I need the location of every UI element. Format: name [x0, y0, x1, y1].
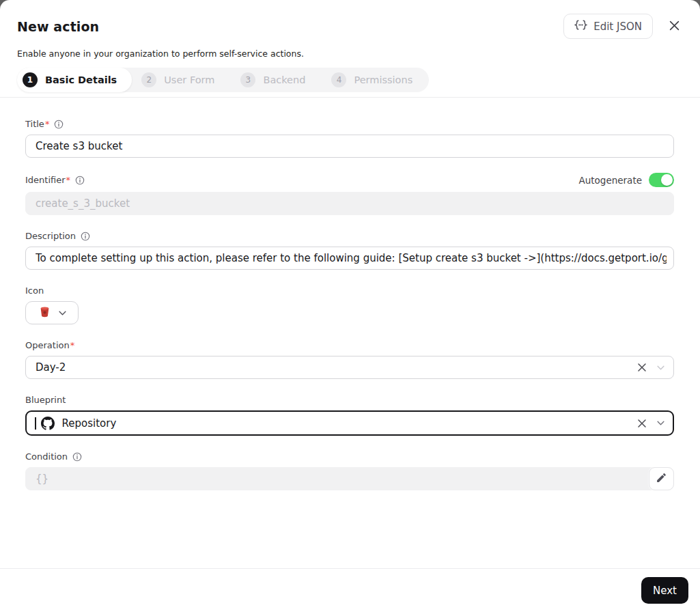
icon-label: Icon [25, 285, 44, 296]
required-asterisk: * [45, 119, 50, 129]
chevron-down-icon[interactable] [657, 365, 664, 370]
x-clear-icon[interactable] [637, 419, 647, 428]
step-label: Basic Details [45, 74, 117, 85]
step-number: 2 [141, 72, 156, 87]
blueprint-label: Blueprint [25, 395, 66, 405]
condition-field: Condition [25, 451, 674, 490]
condition-input [25, 467, 674, 490]
icon-field: Icon [25, 285, 674, 324]
stepper-step-user-form[interactable]: 2 User Form [132, 68, 231, 92]
info-icon[interactable] [54, 120, 64, 129]
close-button[interactable] [664, 17, 684, 36]
required-asterisk: * [70, 340, 75, 350]
step-number: 3 [240, 72, 255, 87]
info-icon[interactable] [81, 232, 90, 241]
new-action-modal: New action Edit JSON En [0, 0, 700, 616]
chevron-down-icon [59, 311, 66, 316]
step-label: Backend [263, 74, 305, 85]
pencil-icon [656, 472, 667, 486]
info-icon[interactable] [75, 176, 85, 185]
stepper: 1 Basic Details 2 User Form 3 Backend 4 … [17, 68, 429, 92]
text-cursor [35, 417, 36, 430]
autogenerate-toggle[interactable] [649, 173, 674, 187]
x-clear-icon[interactable] [637, 363, 647, 372]
edit-json-label: Edit JSON [593, 20, 642, 33]
page-title: New action [17, 19, 563, 34]
curly-braces-icon [574, 20, 587, 33]
close-icon [669, 20, 680, 33]
identifier-field: Identifier* Autogenerate [25, 173, 674, 215]
title-field: Title* [25, 118, 674, 158]
stepper-step-basic-details[interactable]: 1 Basic Details [17, 68, 132, 92]
stepper-step-permissions[interactable]: 4 Permissions [322, 68, 429, 92]
github-icon [41, 417, 55, 430]
autogenerate-control: Autogenerate [578, 173, 674, 187]
step-number: 1 [23, 72, 38, 87]
condition-label: Condition [25, 451, 68, 462]
title-label: Title* [25, 119, 49, 129]
icon-picker[interactable] [25, 301, 79, 324]
edit-json-button[interactable]: Edit JSON [563, 14, 653, 39]
operation-field: Operation* Day-2 [25, 339, 674, 379]
form-body: Title* Identifier* Autogener [0, 98, 700, 568]
description-input[interactable] [25, 247, 674, 270]
operation-label: Operation* [25, 340, 74, 350]
description-field: Description [25, 230, 674, 270]
step-number: 4 [331, 72, 346, 87]
chevron-down-icon[interactable] [657, 421, 664, 425]
modal-subtitle: Enable anyone in your organization to pe… [17, 48, 684, 59]
modal-footer: Next [0, 568, 700, 616]
description-label: Description [25, 231, 76, 241]
next-button[interactable]: Next [641, 577, 688, 604]
edit-condition-button[interactable] [649, 467, 674, 490]
step-label: Permissions [354, 74, 412, 85]
step-label: User Form [164, 74, 214, 85]
blueprint-value: Repository [62, 417, 638, 430]
stepper-step-backend[interactable]: 3 Backend [231, 68, 322, 92]
aws-s3-red-icon [38, 305, 51, 320]
modal-header: New action Edit JSON En [0, 0, 700, 92]
toggle-knob [661, 174, 673, 186]
autogenerate-label: Autogenerate [578, 175, 642, 186]
operation-select[interactable]: Day-2 [25, 356, 674, 379]
blueprint-select[interactable]: Repository [25, 410, 674, 436]
operation-value: Day-2 [36, 361, 637, 374]
title-input[interactable] [25, 135, 674, 158]
identifier-label: Identifier* [25, 175, 70, 185]
identifier-input [25, 192, 674, 215]
info-icon[interactable] [72, 452, 82, 462]
blueprint-field: Blueprint Repository [25, 394, 674, 436]
required-asterisk: * [66, 175, 71, 185]
